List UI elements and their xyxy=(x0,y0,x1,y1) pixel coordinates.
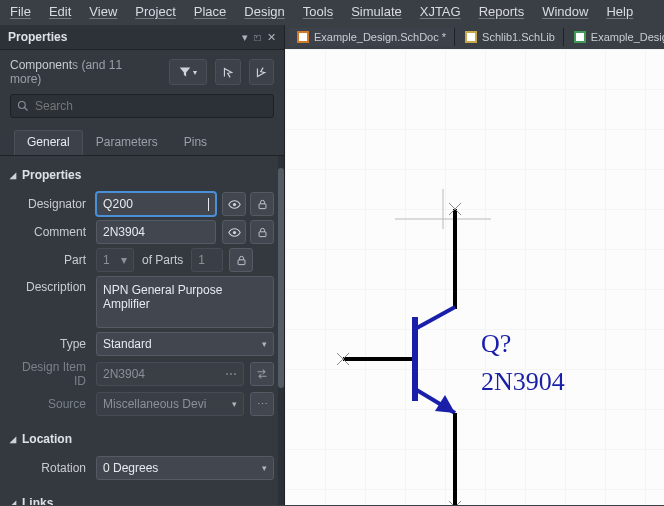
section-links[interactable]: ◢ Links xyxy=(10,490,274,505)
label-type: Type xyxy=(10,337,96,351)
row-designator: Designator xyxy=(10,192,274,216)
menu-tools[interactable]: Tools xyxy=(303,4,333,19)
rotation-select[interactable]: 0 Degrees ▾ xyxy=(96,456,274,480)
cursor-up-icon xyxy=(222,66,235,79)
type-select[interactable]: Standard ▾ xyxy=(96,332,274,356)
row-rotation: Rotation 0 Degrees ▾ xyxy=(10,456,274,480)
menu-window[interactable]: Window xyxy=(542,4,588,19)
schlib-icon xyxy=(465,31,477,43)
menu-help[interactable]: Help xyxy=(606,4,633,19)
menu-view[interactable]: View xyxy=(89,4,117,19)
select-connected-button[interactable] xyxy=(215,59,240,85)
menu-edit[interactable]: Edit xyxy=(49,4,71,19)
comment-visibility-button[interactable] xyxy=(222,220,246,244)
row-source: Source Miscellaneous Devi ▾ ⋯ xyxy=(10,392,274,416)
designator-input[interactable] xyxy=(103,197,208,211)
chevron-down-icon: ▾ xyxy=(121,253,127,267)
tab-pins[interactable]: Pins xyxy=(171,130,220,155)
document-tabs: Example_Design.SchDoc * Schlib1.SchLib E… xyxy=(285,25,664,50)
panel-tabs: General Parameters Pins xyxy=(0,124,284,156)
close-icon[interactable]: ✕ xyxy=(267,31,276,44)
section-properties[interactable]: ◢ Properties xyxy=(10,162,274,188)
svg-rect-5 xyxy=(259,231,266,236)
cursor-down-icon xyxy=(255,66,268,79)
menu-place[interactable]: Place xyxy=(194,4,227,19)
panel-title: Properties xyxy=(8,30,67,44)
svg-rect-10 xyxy=(467,33,475,41)
collapse-icon: ◢ xyxy=(10,171,16,180)
dropdown-icon[interactable]: ▾ xyxy=(242,31,248,44)
chevron-down-icon: ▾ xyxy=(232,399,237,409)
doc-tab-schdoc[interactable]: Example_Design.SchDoc * xyxy=(289,28,455,46)
search-box[interactable] xyxy=(10,94,274,118)
label-rotation: Rotation xyxy=(10,461,96,475)
properties-scroll[interactable]: ◢ Properties Designator Comment xyxy=(0,156,284,505)
source-select[interactable]: Miscellaneous Devi ▾ xyxy=(96,392,244,416)
row-type: Type Standard ▾ xyxy=(10,332,274,356)
label-design-item-id: Design Item ID xyxy=(10,360,96,388)
scrollbar[interactable] xyxy=(278,156,284,505)
label-description: Description xyxy=(10,276,96,294)
menu-reports[interactable]: Reports xyxy=(479,4,525,19)
section-location[interactable]: ◢ Location xyxy=(10,426,274,452)
chevron-down-icon: ▾ xyxy=(262,463,267,473)
menu-project[interactable]: Project xyxy=(135,4,175,19)
schematic-ref-label[interactable]: Q? xyxy=(481,329,511,359)
menu-file[interactable]: File xyxy=(10,4,31,19)
menu-xjtag[interactable]: XJTAG xyxy=(420,4,461,19)
tab-parameters[interactable]: Parameters xyxy=(83,130,171,155)
properties-panel: Properties ▾ ⏍ ✕ Components (and 11 more… xyxy=(0,25,285,505)
comment-lock-button[interactable] xyxy=(250,220,274,244)
eye-icon xyxy=(228,198,241,211)
editor-area: Example_Design.SchDoc * Schlib1.SchLib E… xyxy=(285,25,664,505)
funnel-icon xyxy=(179,66,191,78)
part-count-field: 1 xyxy=(191,248,223,272)
transistor-symbol[interactable] xyxy=(335,189,555,505)
doc-tab-pcb[interactable]: Example_Design.P xyxy=(566,28,664,46)
label-source: Source xyxy=(10,397,96,411)
label-part: Part xyxy=(10,253,96,267)
swap-button[interactable] xyxy=(250,362,274,386)
label-ofparts: of Parts xyxy=(142,253,183,267)
design-item-id-field: 2N3904 ⋯ xyxy=(96,362,244,386)
schdoc-icon xyxy=(297,31,309,43)
tab-general[interactable]: General xyxy=(14,130,83,155)
row-design-item-id: Design Item ID 2N3904 ⋯ xyxy=(10,360,274,388)
svg-line-1 xyxy=(25,108,28,111)
label-comment: Comment xyxy=(10,225,96,239)
label-designator: Designator xyxy=(10,197,96,211)
select-similar-button[interactable] xyxy=(249,59,274,85)
lock-icon xyxy=(236,255,247,266)
ellipsis-icon: ⋯ xyxy=(257,398,268,411)
swap-icon xyxy=(256,368,268,380)
search-input[interactable] xyxy=(35,99,267,113)
ellipsis-icon[interactable]: ⋯ xyxy=(225,367,237,381)
designator-field[interactable] xyxy=(96,192,216,216)
source-ellipsis-button[interactable]: ⋯ xyxy=(250,392,274,416)
designator-visibility-button[interactable] xyxy=(222,192,246,216)
comment-field[interactable] xyxy=(96,220,216,244)
schematic-value-label[interactable]: 2N3904 xyxy=(481,367,565,397)
part-select[interactable]: 1 ▾ xyxy=(96,248,134,272)
pin-icon[interactable]: ⏍ xyxy=(254,31,261,44)
chevron-down-icon: ▾ xyxy=(262,339,267,349)
row-part: Part 1 ▾ of Parts 1 xyxy=(10,248,274,272)
collapse-icon: ◢ xyxy=(10,435,16,444)
description-field[interactable]: NPN General Purpose Amplifier xyxy=(96,276,274,328)
part-lock-button[interactable] xyxy=(229,248,253,272)
object-filter-row: Components (and 11 more) ▾ xyxy=(0,50,284,94)
lock-icon xyxy=(257,227,268,238)
doc-tab-schlib[interactable]: Schlib1.SchLib xyxy=(457,28,564,46)
svg-line-18 xyxy=(415,307,455,329)
comment-input[interactable] xyxy=(103,225,209,239)
row-description: Description NPN General Purpose Amplifie… xyxy=(10,276,274,328)
designator-lock-button[interactable] xyxy=(250,192,274,216)
scrollbar-thumb[interactable] xyxy=(278,168,284,388)
filter-funnel-button[interactable]: ▾ xyxy=(169,59,208,85)
menu-simulate[interactable]: Simulate xyxy=(351,4,402,19)
schematic-canvas[interactable]: Q? 2N3904 xyxy=(285,49,664,505)
svg-point-2 xyxy=(232,202,235,205)
panel-titlebar: Properties ▾ ⏍ ✕ xyxy=(0,25,284,50)
svg-rect-6 xyxy=(238,259,245,264)
menu-design[interactable]: Design xyxy=(244,4,284,19)
